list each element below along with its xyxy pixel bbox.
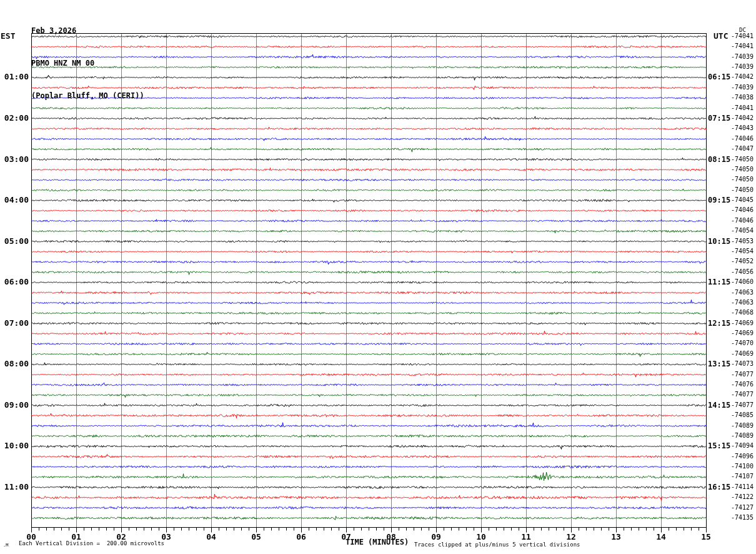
hour-label: 05:00 bbox=[0, 236, 29, 246]
hour-label: 04:00 bbox=[0, 195, 29, 204]
dc-value: -74069 bbox=[731, 320, 754, 326]
dc-value: -74114 bbox=[731, 483, 754, 490]
webicorder-page: Feb 3,2026 PBMO HNZ NM 00 (Poplar Bluff,… bbox=[0, 0, 756, 554]
header-station: PBMO HNZ NM 00 bbox=[31, 59, 144, 68]
dc-value: -74076 bbox=[731, 381, 754, 388]
left-timezone-label: EST bbox=[1, 31, 15, 41]
minute-tick-label: 05 bbox=[251, 532, 261, 541]
header-location: (Poplar Bluff, MO (CERI)) bbox=[31, 91, 144, 100]
dc-value: -74077 bbox=[731, 401, 754, 408]
dc-value: -74039 bbox=[731, 63, 754, 70]
dc-value: -74046 bbox=[731, 206, 754, 213]
dc-value: -74047 bbox=[731, 145, 754, 152]
dc-value: -74077 bbox=[731, 391, 754, 398]
dc-value: -74100 bbox=[731, 463, 754, 470]
clip-note: Traces clipped at plus/minus 5 vertical … bbox=[414, 541, 580, 548]
dc-value: -74068 bbox=[731, 309, 754, 316]
dc-value: -74050 bbox=[731, 166, 754, 173]
hour-label: 03:00 bbox=[0, 154, 29, 164]
dc-value: -74050 bbox=[731, 156, 754, 163]
utc-time-label: 10:15 bbox=[708, 237, 730, 246]
utc-time-label: 14:15 bbox=[708, 401, 730, 410]
minute-tick-label: 10 bbox=[476, 532, 486, 541]
dc-value: -74069 bbox=[731, 350, 754, 357]
dc-value: -74056 bbox=[731, 268, 754, 275]
hour-label: 09:00 bbox=[0, 400, 29, 410]
dc-value: -74069 bbox=[731, 330, 754, 336]
dc-value: -74060 bbox=[731, 278, 754, 285]
dc-value: -74063 bbox=[731, 299, 754, 306]
header-date: Feb 3,2026 bbox=[31, 26, 144, 35]
minute-tick-label: 12 bbox=[566, 532, 576, 541]
corner-mark: .M bbox=[3, 543, 8, 548]
dc-value: -74041 bbox=[731, 33, 754, 39]
dc-value: -74050 bbox=[731, 186, 754, 193]
dc-value: -74041 bbox=[731, 43, 754, 49]
utc-time-label: 12:15 bbox=[708, 319, 730, 328]
dc-value: -74039 bbox=[731, 53, 754, 60]
dc-value: -74096 bbox=[731, 453, 754, 460]
dc-value: -74050 bbox=[731, 176, 754, 183]
dc-value: -74107 bbox=[731, 473, 754, 480]
dc-value: -74053 bbox=[731, 238, 754, 244]
dc-value: -74042 bbox=[731, 73, 754, 80]
dc-value: -74089 bbox=[731, 422, 754, 429]
hour-label: 07:00 bbox=[0, 318, 29, 328]
hour-label: 08:00 bbox=[0, 359, 29, 368]
dc-value: -74046 bbox=[731, 135, 754, 142]
hour-label: 10:00 bbox=[0, 441, 29, 450]
dc-value: -74045 bbox=[731, 196, 754, 203]
x-axis-title: TIME (MINUTES) bbox=[346, 538, 409, 546]
utc-time-label: 15:15 bbox=[708, 441, 730, 450]
minute-tick-label: 11 bbox=[521, 532, 531, 541]
dc-value: -74089 bbox=[731, 432, 754, 439]
utc-time-label: 06:15 bbox=[708, 73, 730, 81]
minute-tick-label: 13 bbox=[611, 532, 621, 541]
utc-time-label: 09:15 bbox=[708, 196, 730, 204]
utc-time-label: 16:15 bbox=[708, 483, 730, 491]
utc-time-label: 13:15 bbox=[708, 360, 730, 368]
dc-value: -74054 bbox=[731, 248, 754, 254]
dc-value: -74127 bbox=[731, 504, 754, 511]
dc-value: -74135 bbox=[731, 514, 754, 521]
hour-label: 02:00 bbox=[0, 113, 29, 123]
dc-value: -74070 bbox=[731, 340, 754, 346]
hour-label: 01:00 bbox=[0, 72, 29, 81]
dc-value: -74085 bbox=[731, 411, 754, 418]
hour-label: 06:00 bbox=[0, 277, 29, 286]
dc-value: -74043 bbox=[731, 124, 754, 131]
dc-value: -74041 bbox=[731, 104, 754, 111]
dc-value: -74063 bbox=[731, 289, 754, 296]
dc-value: -74042 bbox=[731, 114, 754, 121]
minute-tick-label: 06 bbox=[296, 532, 306, 541]
minute-tick-label: 09 bbox=[431, 532, 441, 541]
scale-note: Each Vertical Division = 200.00 microvol… bbox=[19, 540, 164, 546]
dc-value: -74122 bbox=[731, 493, 754, 500]
utc-time-label: 11:15 bbox=[708, 278, 730, 286]
dc-value: -74052 bbox=[731, 258, 754, 264]
utc-time-label: 08:15 bbox=[708, 155, 730, 164]
dc-value: -74038 bbox=[731, 94, 754, 101]
minute-tick-label: 14 bbox=[656, 532, 666, 541]
minute-tick-label: 04 bbox=[206, 532, 216, 541]
utc-time-label: 07:15 bbox=[708, 114, 730, 123]
dc-value: -74054 bbox=[731, 227, 754, 234]
dc-value: -74073 bbox=[731, 360, 754, 367]
hour-label: 11:00 bbox=[0, 482, 29, 491]
right-timezone-label: UTC bbox=[714, 31, 728, 41]
dc-value: -74094 bbox=[731, 442, 754, 449]
dc-value: -74046 bbox=[731, 217, 754, 224]
dc-value: -74077 bbox=[731, 371, 754, 378]
dc-value: -74039 bbox=[731, 84, 754, 91]
minute-tick-label: 15 bbox=[701, 532, 711, 541]
